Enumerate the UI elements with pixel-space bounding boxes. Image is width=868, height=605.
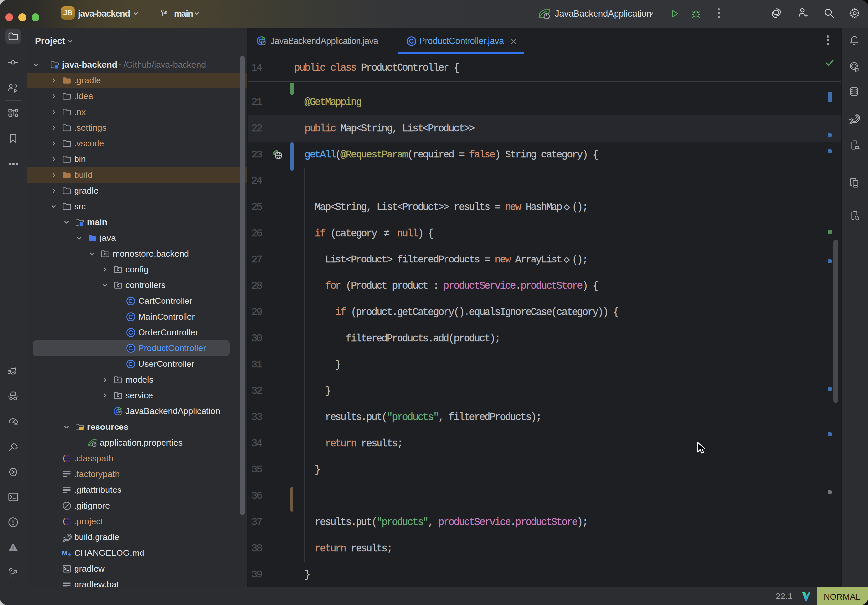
svg-text:M: M	[62, 549, 68, 557]
